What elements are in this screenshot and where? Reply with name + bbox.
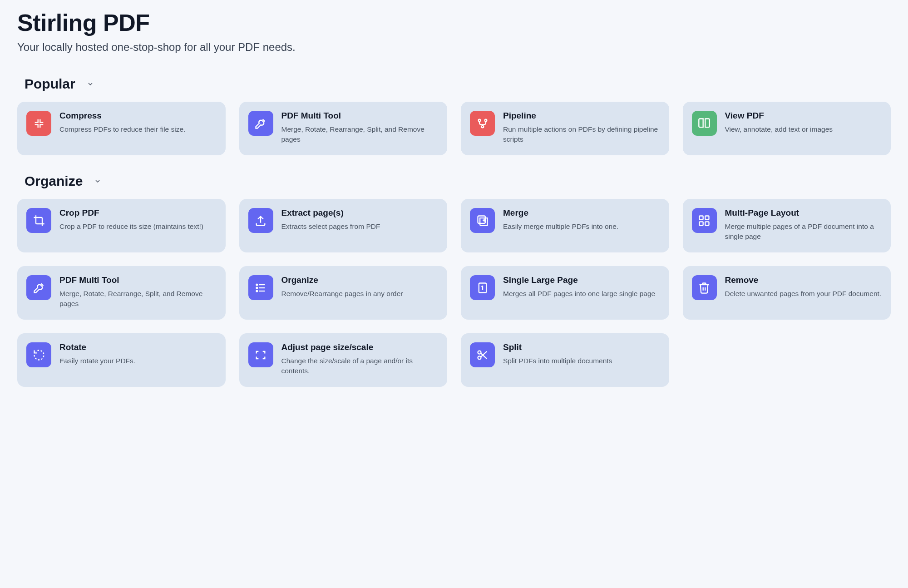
list-icon [248,275,273,300]
svg-point-0 [478,119,480,121]
organize-grid: Crop PDF Crop a PDF to reduce its size (… [17,199,891,387]
fullscreen-icon [248,342,273,367]
card-title: PDF Multi Tool [59,275,217,285]
section-title: Popular [25,76,75,92]
svg-point-1 [484,119,487,121]
chevron-down-icon [94,177,102,185]
card-split[interactable]: Split Split PDFs into multiple documents [461,333,669,387]
section-title: Organize [25,173,83,189]
card-title: Single Large Page [503,275,660,285]
card-rotate[interactable]: Rotate Easily rotate your PDFs. [17,333,226,387]
card-desc: Extracts select pages from PDF [281,222,439,232]
grid-icon [692,208,717,233]
card-desc: Merges all PDF pages into one large sing… [503,289,660,299]
compress-icon [26,111,51,136]
card-multitool2[interactable]: PDF Multi Tool Merge, Rotate, Rearrange,… [17,266,226,320]
card-title: Merge [503,208,660,218]
card-view[interactable]: View PDF View, annotate, add text or ima… [683,102,891,155]
page-title: Stirling PDF [17,9,891,36]
svg-rect-10 [705,222,709,225]
card-title: Adjust page size/scale [281,342,439,352]
card-multipage[interactable]: Multi-Page Layout Merge multiple pages o… [683,199,891,252]
card-adjust[interactable]: Adjust page size/scale Change the size/s… [239,333,448,387]
card-title: PDF Multi Tool [281,111,439,121]
trash-icon [692,275,717,300]
card-singlelarge[interactable]: Single Large Page Merges all PDF pages i… [461,266,669,320]
svg-point-16 [256,290,257,292]
pipeline-icon [470,111,495,136]
svg-rect-9 [700,222,703,225]
svg-rect-7 [700,216,703,219]
popular-grid: Compress Compress PDFs to reduce their f… [17,102,891,155]
card-title: Split [503,342,660,352]
svg-rect-8 [705,216,709,219]
card-title: Multi-Page Layout [725,208,882,218]
card-crop[interactable]: Crop PDF Crop a PDF to reduce its size (… [17,199,226,252]
section-header-popular[interactable]: Popular [17,76,891,92]
card-desc: View, annotate, add text or images [725,124,882,134]
merge-icon [470,208,495,233]
card-desc: Merge, Rotate, Rearrange, Split, and Rem… [59,289,217,308]
svg-point-15 [256,287,257,288]
rotate-icon [26,342,51,367]
section-header-organize[interactable]: Organize [17,173,891,189]
page-subtitle: Your locally hosted one-stop-shop for al… [17,41,891,54]
book-open-icon [692,111,717,136]
card-compress[interactable]: Compress Compress PDFs to reduce their f… [17,102,226,155]
card-desc: Run multiple actions on PDFs by defining… [503,124,660,144]
card-title: Pipeline [503,111,660,121]
svg-point-14 [256,284,257,285]
crop-icon [26,208,51,233]
tools-icon [26,275,51,300]
card-title: Organize [281,275,439,285]
svg-point-2 [481,125,484,128]
card-remove[interactable]: Remove Delete unwanted pages from your P… [683,266,891,320]
card-organize[interactable]: Organize Remove/Rearrange pages in any o… [239,266,448,320]
card-desc: Merge, Rotate, Rearrange, Split, and Rem… [281,124,439,144]
card-title: Remove [725,275,882,285]
card-extract[interactable]: Extract page(s) Extracts select pages fr… [239,199,448,252]
card-desc: Remove/Rearrange pages in any order [281,289,439,299]
scissors-icon [470,342,495,367]
card-desc: Delete unwanted pages from your PDF docu… [725,289,882,299]
card-desc: Merge multiple pages of a PDF document i… [725,222,882,241]
card-desc: Easily merge multiple PDFs into one. [503,222,660,232]
card-merge[interactable]: Merge Easily merge multiple PDFs into on… [461,199,669,252]
tools-icon [248,111,273,136]
page-one-icon [470,275,495,300]
chevron-down-icon [86,80,94,88]
card-pipeline[interactable]: Pipeline Run multiple actions on PDFs by… [461,102,669,155]
card-title: Rotate [59,342,217,352]
card-multitool[interactable]: PDF Multi Tool Merge, Rotate, Rearrange,… [239,102,448,155]
card-title: View PDF [725,111,882,121]
card-desc: Compress PDFs to reduce their file size. [59,124,217,134]
card-desc: Change the size/scale of a page and/or i… [281,356,439,376]
card-title: Extract page(s) [281,208,439,218]
card-title: Compress [59,111,217,121]
card-desc: Crop a PDF to reduce its size (maintains… [59,222,217,232]
card-desc: Easily rotate your PDFs. [59,356,217,366]
upload-icon [248,208,273,233]
card-desc: Split PDFs into multiple documents [503,356,660,366]
card-title: Crop PDF [59,208,217,218]
